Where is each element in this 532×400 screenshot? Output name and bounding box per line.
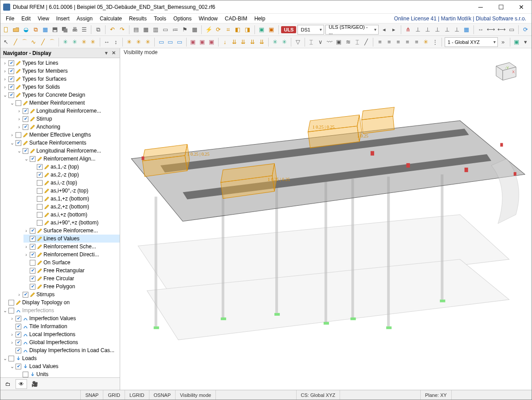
- load1-icon[interactable]: ↓: [221, 37, 229, 47]
- m3-icon[interactable]: ✳: [80, 37, 88, 47]
- checkbox[interactable]: [37, 172, 43, 178]
- dim2-icon[interactable]: ⟷: [486, 25, 496, 35]
- checkbox[interactable]: [30, 228, 35, 234]
- str1-icon[interactable]: ≡: [376, 37, 384, 47]
- next-icon[interactable]: ▸: [390, 25, 398, 35]
- axes4-icon[interactable]: ⊥: [443, 25, 451, 35]
- menu-view[interactable]: View: [34, 15, 53, 23]
- expand-icon[interactable]: ›: [23, 228, 29, 233]
- tree-row[interactable]: ›Global Imperfections: [9, 338, 120, 346]
- tree-row[interactable]: ⌄Reinforcement Align...: [23, 155, 120, 163]
- collapse-icon[interactable]: ⌄: [2, 308, 8, 314]
- model-icon[interactable]: ▦: [41, 25, 50, 35]
- supports-icon[interactable]: ⋔: [404, 25, 412, 35]
- gen2-icon[interactable]: ✳: [280, 37, 288, 47]
- filter-icon[interactable]: ▽: [294, 37, 302, 47]
- design2-icon[interactable]: ▣: [267, 25, 276, 35]
- tree-row[interactable]: Units: [16, 370, 120, 377]
- tree-row[interactable]: as,i+90°,-z (top): [31, 187, 120, 195]
- expand-icon[interactable]: ›: [16, 292, 22, 297]
- checkbox[interactable]: [16, 332, 21, 337]
- expand-icon[interactable]: ›: [2, 76, 8, 82]
- menu-insert[interactable]: Insert: [53, 15, 73, 23]
- tree-row[interactable]: as,2,-z (top): [31, 171, 120, 179]
- load2-icon[interactable]: ⇊: [230, 37, 238, 47]
- checkbox[interactable]: [23, 372, 28, 377]
- menu-options[interactable]: Options: [170, 15, 195, 23]
- load5-icon[interactable]: ⇊: [258, 37, 266, 47]
- collapse-icon[interactable]: ⌄: [9, 140, 15, 146]
- navigator-body[interactable]: ›Types for Lines›Types for Members›Types…: [0, 58, 120, 377]
- tree-row[interactable]: ›Anchoring: [16, 123, 120, 131]
- gen1-icon[interactable]: ✳: [271, 37, 279, 47]
- tree-row[interactable]: Free Circular: [23, 275, 120, 282]
- status-lgrid[interactable]: LGRID: [125, 390, 149, 400]
- arc-tool-icon[interactable]: ⌒: [20, 37, 28, 47]
- status-vis[interactable]: Visibility mode: [175, 390, 215, 400]
- expand-icon[interactable]: ›: [9, 316, 15, 321]
- axes2-icon[interactable]: ⊥: [423, 25, 432, 35]
- checkbox[interactable]: [8, 60, 14, 66]
- checkbox[interactable]: [23, 108, 28, 114]
- expand-icon[interactable]: ›: [2, 68, 8, 74]
- collapse-icon[interactable]: ⌄: [9, 364, 15, 369]
- checkbox[interactable]: [30, 252, 35, 258]
- str4-icon[interactable]: ≡: [403, 37, 411, 47]
- tree-row[interactable]: ›Stirrup: [16, 115, 120, 123]
- load3-icon[interactable]: ⇊: [239, 37, 247, 47]
- tree-row[interactable]: as,2,+z (bottom): [31, 203, 120, 211]
- checkbox[interactable]: [16, 140, 21, 146]
- tree-row[interactable]: ⌄Types for Concrete Design: [2, 91, 120, 99]
- sec5-icon[interactable]: ≋: [344, 37, 352, 47]
- polyline-tool-icon[interactable]: ∿: [30, 37, 38, 47]
- expand-icon[interactable]: ›: [23, 252, 29, 257]
- tree-row[interactable]: ›Types for Surfaces: [2, 75, 120, 83]
- checkbox[interactable]: [8, 300, 14, 306]
- line3-tool-icon[interactable]: ╱: [39, 37, 47, 47]
- str7-icon[interactable]: ⋮: [431, 37, 439, 47]
- sec7-icon[interactable]: ╱: [363, 37, 371, 47]
- solid2-icon[interactable]: ▣: [198, 37, 206, 47]
- tree-row[interactable]: ›Types for Members: [2, 67, 120, 75]
- tree-row[interactable]: Free Polygon: [23, 282, 120, 290]
- menu-calculate[interactable]: Calculate: [96, 15, 125, 23]
- view1-icon[interactable]: ▣: [512, 37, 520, 47]
- checkbox[interactable]: [37, 180, 43, 186]
- checkbox[interactable]: [8, 68, 14, 74]
- expand-icon[interactable]: ›: [23, 244, 29, 249]
- menu-results[interactable]: Results: [125, 15, 150, 23]
- checkbox[interactable]: [23, 292, 28, 298]
- checkbox[interactable]: [30, 244, 35, 250]
- nav-tab-data-icon[interactable]: 🗀: [2, 379, 14, 389]
- axes6-icon[interactable]: ▦: [462, 25, 471, 35]
- checkbox[interactable]: [37, 212, 43, 218]
- dim4-icon[interactable]: ▭: [508, 25, 516, 35]
- checkbox[interactable]: [16, 340, 21, 345]
- line4-tool-icon[interactable]: ⌒: [48, 37, 56, 47]
- load4-icon[interactable]: ⇊: [249, 37, 257, 47]
- surface-load-icon[interactable]: ✳: [144, 37, 152, 47]
- checkbox[interactable]: [37, 204, 43, 210]
- dim1-icon[interactable]: ↔: [477, 25, 485, 35]
- checkbox[interactable]: [37, 220, 43, 226]
- recalc-icon[interactable]: ⟳: [214, 25, 223, 35]
- console-icon[interactable]: ≔: [171, 25, 180, 35]
- tree-row[interactable]: ›Stirrups: [16, 290, 120, 298]
- menu-edit[interactable]: Edit: [18, 15, 34, 23]
- m1-icon[interactable]: ✳: [62, 37, 70, 47]
- checkbox[interactable]: [37, 188, 43, 194]
- checkbox[interactable]: [23, 148, 28, 154]
- table4-icon[interactable]: ▦: [190, 25, 199, 35]
- sec1-icon[interactable]: ⌶: [307, 37, 315, 47]
- tree-row[interactable]: ⌄Member Reinforcement: [9, 99, 120, 107]
- axes1-icon[interactable]: ⊥: [414, 25, 422, 35]
- checkbox[interactable]: [30, 276, 35, 282]
- collapse-icon[interactable]: ⌄: [23, 156, 29, 162]
- orientation-cube[interactable]: -Y X: [492, 57, 518, 84]
- sec6-icon[interactable]: ⌶: [353, 37, 361, 47]
- tree-row[interactable]: ›Local Imperfections: [9, 330, 120, 338]
- checkbox[interactable]: [8, 308, 14, 314]
- node-load-icon[interactable]: ✳: [125, 37, 133, 47]
- menu-file[interactable]: File: [2, 15, 18, 23]
- collapse-icon[interactable]: ⌄: [2, 92, 8, 98]
